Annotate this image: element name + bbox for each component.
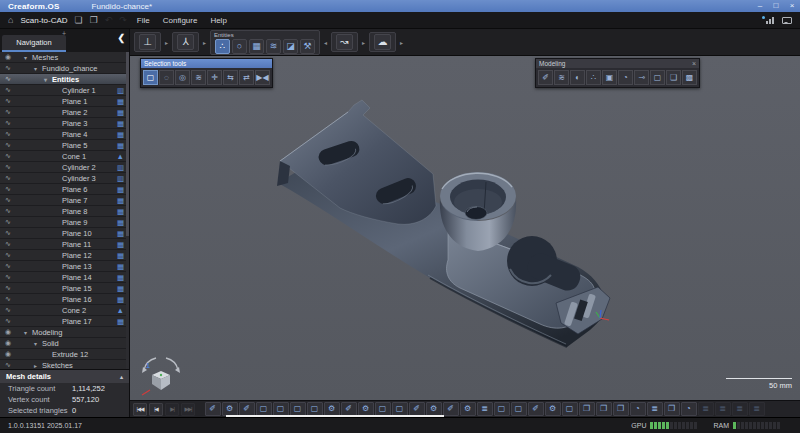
modeling-titlebar[interactable]: Modeling × [536, 59, 699, 68]
tree-item-meshes[interactable]: ◉▾Meshes [0, 52, 129, 63]
circle-tool-icon[interactable]: ○ [232, 39, 247, 54]
blob-icon[interactable]: ◔ [618, 70, 633, 85]
layers-sel-icon[interactable]: ≋ [191, 70, 206, 85]
fillet-icon[interactable]: ▢ [392, 402, 408, 416]
wave-icon[interactable]: ∿ [5, 163, 11, 171]
freeform-sel-icon[interactable]: ◌ [159, 70, 174, 85]
wave-icon[interactable]: ∿ [5, 295, 11, 303]
fillet-icon[interactable]: ▢ [650, 70, 665, 85]
menu-file[interactable]: File [134, 16, 153, 25]
wave-icon[interactable]: ∿ [5, 361, 11, 369]
collapse-group-icon[interactable]: ◂ [324, 39, 327, 46]
tree-item-cylinder-1[interactable]: ∿Cylinder 1▥ [0, 85, 129, 96]
extrude-icon[interactable]: ✐ [409, 402, 425, 416]
skip-start-icon[interactable]: |◀◀ [133, 403, 147, 416]
tree-scrollbar[interactable] [126, 52, 129, 369]
axes-tool-icon[interactable]: ⅄ [177, 34, 194, 50]
gear-icon[interactable]: ⚙ [358, 402, 374, 416]
layers-stack-icon[interactable]: ≣ [647, 402, 663, 416]
tree-item-sketches[interactable]: ∿▸Sketches [0, 360, 129, 369]
redo-icon[interactable]: ↷ [119, 16, 127, 25]
tree-item-plane-15[interactable]: ∿Plane 15▦ [0, 283, 129, 294]
tree-item-plane-13[interactable]: ∿Plane 13▦ [0, 261, 129, 272]
move-icon[interactable]: ✛ [207, 70, 222, 85]
fillet-icon[interactable]: ▢ [290, 402, 306, 416]
extrude-icon[interactable]: ✐ [205, 402, 221, 416]
wave-icon[interactable]: ∿ [5, 207, 11, 215]
tree-item-plane-10[interactable]: ∿Plane 10▦ [0, 228, 129, 239]
tree-item-plane-2[interactable]: ∿Plane 2▦ [0, 107, 129, 118]
layers-tool-icon[interactable]: ≋ [266, 39, 281, 54]
tree-item-plane-14[interactable]: ∿Plane 14▦ [0, 272, 129, 283]
circle-sel-icon[interactable]: ◎ [175, 70, 190, 85]
close-icon[interactable]: × [784, 0, 800, 12]
doc-arrow-icon[interactable]: ❐ [579, 402, 595, 416]
expand-group-icon[interactable]: ▸ [362, 39, 365, 46]
tab-navigation[interactable]: Navigation [2, 35, 66, 52]
vertices-tool-icon[interactable]: ∴ [215, 39, 230, 54]
doc-arrow-icon[interactable]: ❐ [613, 402, 629, 416]
gear-icon[interactable]: ⚙ [460, 402, 476, 416]
gear-icon[interactable]: ⚙ [545, 402, 561, 416]
extrude-icon[interactable]: ✐ [341, 402, 357, 416]
eye-icon[interactable]: ◉ [5, 339, 11, 347]
wave-icon[interactable]: ∿ [5, 130, 11, 138]
tree-item-cylinder-3[interactable]: ∿Cylinder 3▥ [0, 173, 129, 184]
new-document-icon[interactable]: ❏ [75, 16, 83, 25]
home-icon[interactable]: ⌂ [8, 16, 13, 25]
doc-arrow-icon[interactable]: ❐ [596, 402, 612, 416]
caret-up-icon[interactable]: ▴ [120, 373, 123, 380]
gear-icon[interactable]: ⚙ [222, 402, 238, 416]
wave-icon[interactable]: ∿ [5, 284, 11, 292]
add-tab-icon[interactable]: + [62, 30, 66, 37]
tree-item-solid[interactable]: ◉▾Solid [0, 338, 129, 349]
tree-item-extrude-12[interactable]: ◉Extrude 12 [0, 349, 129, 360]
revolve-icon[interactable]: ⊸ [634, 70, 649, 85]
nudge-right-icon[interactable]: ⇄ [239, 70, 254, 85]
tree-scrollbar-thumb[interactable] [126, 52, 129, 236]
fillet-icon[interactable]: ▢ [511, 402, 527, 416]
wave-icon[interactable]: ∿ [5, 273, 11, 281]
blob-icon[interactable]: ◔ [681, 402, 697, 416]
wave-icon[interactable]: ∿ [5, 185, 11, 193]
expand-group-icon[interactable]: ▸ [203, 39, 206, 46]
wave-icon[interactable]: ∿ [5, 152, 11, 160]
tree-item-cone-1[interactable]: ∿Cone 1▲ [0, 151, 129, 162]
collapse-panel-icon[interactable]: ❮ [117, 33, 125, 43]
extrude-icon[interactable]: ✐ [528, 402, 544, 416]
view-orientation-gizmo[interactable]: 1 [138, 354, 184, 396]
wave-icon[interactable]: ∿ [5, 196, 11, 204]
tree-item-plane-17[interactable]: ∿Plane 17▦ [0, 316, 129, 327]
expander-icon[interactable]: ▾ [34, 65, 42, 72]
feedback-chat-icon[interactable] [782, 17, 792, 24]
expander-icon[interactable]: ▾ [44, 76, 52, 83]
tree-item-plane-7[interactable]: ∿Plane 7▦ [0, 195, 129, 206]
mesh-details-header[interactable]: Mesh details ▴ [0, 370, 129, 383]
selection-tools-palette[interactable]: Selection tools ▢◌◎≋✛⇆⇄▶◀ [140, 58, 273, 88]
tree-item-modeling[interactable]: ◉▾Modeling [0, 327, 129, 338]
extrude-icon[interactable]: ✐ [239, 402, 255, 416]
minimize-icon[interactable]: – [752, 0, 768, 12]
expander-icon[interactable]: ▸ [34, 362, 42, 369]
selection-tools-titlebar[interactable]: Selection tools [141, 59, 272, 68]
eye-icon[interactable]: ◉ [5, 350, 11, 358]
tree-item-plane-4[interactable]: ∿Plane 4▦ [0, 129, 129, 140]
wave-icon[interactable]: ∿ [5, 174, 11, 182]
wave-icon[interactable]: ∿ [5, 64, 11, 72]
fillet-icon[interactable]: ▢ [375, 402, 391, 416]
timeline-scrollbar[interactable] [226, 415, 444, 417]
compare-icon[interactable]: ▩ [682, 70, 697, 85]
layers-stack-icon[interactable]: ≣ [749, 402, 765, 416]
gear-icon[interactable]: ⚙ [324, 402, 340, 416]
tree-item-plane-9[interactable]: ∿Plane 9▦ [0, 217, 129, 228]
grid-plane-tool-icon[interactable]: ▦ [249, 39, 264, 54]
surface-tool-icon[interactable]: ◪ [283, 39, 298, 54]
wave-icon[interactable]: ∿ [5, 97, 11, 105]
expander-icon[interactable]: ▾ [24, 329, 32, 336]
fillet-icon[interactable]: ▢ [562, 402, 578, 416]
marquee-icon[interactable]: ▢ [143, 70, 158, 85]
layers-stack-icon[interactable]: ≣ [732, 402, 748, 416]
tree-item-plane-1[interactable]: ∿Plane 1▦ [0, 96, 129, 107]
module-label[interactable]: Scan-to-CAD [20, 16, 67, 25]
eye-icon[interactable]: ◉ [5, 53, 11, 61]
